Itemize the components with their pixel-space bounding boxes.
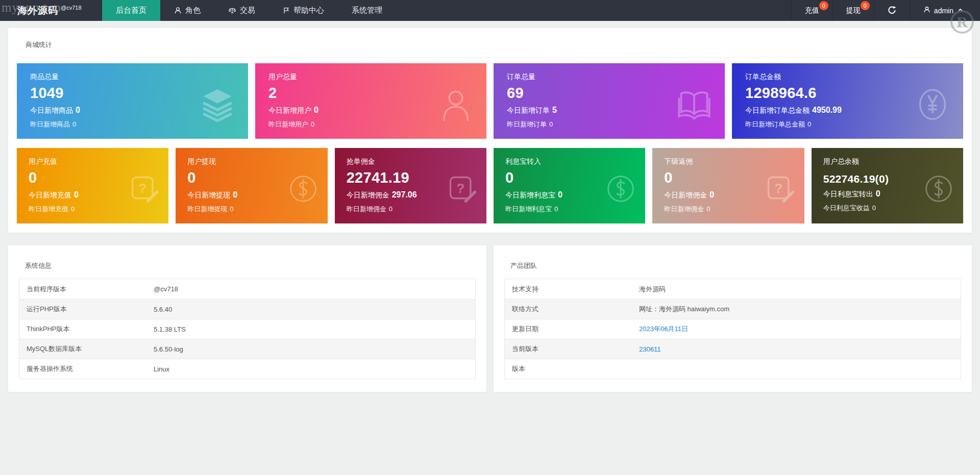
nav-item-label: 后台首页	[116, 6, 146, 15]
current-version-link[interactable]: 230611	[639, 345, 660, 353]
recharge-button[interactable]: 充值 0	[791, 0, 832, 21]
row-value: 5.6.50-log	[154, 345, 183, 353]
nav-item-system-settings[interactable]: 系统管理	[338, 0, 396, 21]
stat-yesterday-label: 昨日新增订单总金额	[745, 120, 805, 128]
stat-today-value: 0	[233, 190, 237, 199]
row-value: 5.6.40	[154, 306, 172, 313]
refresh-button[interactable]	[874, 0, 910, 21]
stat-today-label: 今日新增佣金	[664, 191, 707, 199]
stat-yesterday-label: 今日利息宝收益	[823, 204, 870, 212]
stat-yesterday-label: 昨日新增佣金	[347, 205, 386, 213]
row-label: 技术支持	[505, 285, 639, 294]
system-info-title: 系统信息	[8, 245, 486, 279]
stat-title: 利息宝转入	[505, 157, 645, 166]
stat-today-label: 今日新增充值	[29, 191, 71, 199]
stat-card-orders: 订单总量 69 今日新增订单5 昨日新增订单0	[494, 63, 725, 139]
bottom-panels: 系统信息 当前程序版本 @cv718 运行PHP版本 5.6.40 ThinkP…	[8, 245, 972, 392]
table-row: 运行PHP版本 5.6.40	[19, 299, 475, 319]
stat-today-label: 今日新增订单	[507, 106, 550, 114]
nav-item-trade[interactable]: 交易	[214, 0, 269, 21]
stat-yesterday-value: 0	[72, 120, 76, 128]
stat-title: 用户充值	[29, 157, 168, 166]
svg-text:?: ?	[138, 181, 146, 196]
row-value: 网址：海外源码 haiwaiym.com	[639, 305, 729, 314]
stat-card-balance: 用户总余额 522746.19(0) 今日利息宝转出0 今日利息宝收益0	[812, 148, 963, 223]
table-row: 当前程序版本 @cv718	[19, 279, 475, 299]
row-label: MySQL数据库版本	[19, 344, 154, 354]
stat-today-label: 今日新增订单总金额	[745, 106, 810, 114]
stat-yesterday-label: 昨日新增佣金	[664, 205, 704, 213]
svg-text:?: ?	[774, 181, 782, 196]
order-edit-icon: ?	[129, 173, 159, 204]
stat-today-value: 5	[552, 106, 557, 114]
product-team-table: 技术支持 海外源码 联络方式 网址：海外源码 haiwaiym.com 更新日期…	[504, 279, 961, 379]
row-label: 版本	[505, 364, 639, 373]
row-label: ThinkPHP版本	[19, 324, 154, 334]
row-label: 服务器操作系统	[19, 364, 154, 373]
stat-today-label: 今日新增用户	[268, 106, 311, 114]
nav-item-help-center[interactable]: 帮助中心	[269, 0, 338, 21]
stat-today-value: 0	[314, 106, 318, 114]
stat-title: 下级返佣	[664, 157, 804, 166]
user-icon	[438, 87, 473, 122]
brand-logo[interactable]: 海外源码 @cv718	[0, 0, 102, 21]
stat-card-recharge: 用户充值 0 今日新增充值0 昨日新增充值0 ?	[17, 148, 168, 223]
stat-card-withdraw: 用户提现 0 今日新增提现0 昨日新增提现0	[176, 148, 327, 223]
stats-section-title: 商城统计	[17, 28, 963, 58]
stat-yesterday-value: 0	[389, 205, 393, 213]
svg-text:?: ?	[456, 181, 464, 196]
stat-title: 用户总量	[268, 72, 486, 82]
stat-card-users: 用户总量 2 今日新增用户0 昨日新增用户0	[255, 63, 486, 139]
user-menu[interactable]: admin	[910, 0, 980, 21]
dollar-icon	[605, 173, 636, 204]
table-row: 当前版本 230611	[505, 339, 961, 359]
brand-subtitle: @cv718	[61, 5, 82, 11]
nav-item-label: 角色	[185, 6, 201, 15]
stats-row-1: 商品总量 1049 今日新增商品0 昨日新增商品0 用户总量 2 今日新增用户0	[17, 63, 963, 139]
stat-card-commission: 抢单佣金 22741.19 今日新增佣金297.06 昨日新增佣金0 ?	[335, 148, 486, 223]
table-row: 服务器操作系统 Linux	[19, 359, 475, 379]
system-info-panel: 系统信息 当前程序版本 @cv718 运行PHP版本 5.6.40 ThinkP…	[8, 245, 486, 392]
flag-icon	[283, 7, 290, 14]
row-label: 联络方式	[505, 305, 639, 314]
stat-title: 用户总余额	[823, 157, 963, 166]
nav-item-label: 系统管理	[352, 6, 382, 15]
table-row: MySQL数据库版本 5.6.50-log	[19, 339, 475, 359]
nav-item-roles[interactable]: 角色	[160, 0, 214, 21]
stat-today-value: 0	[709, 190, 714, 199]
nav-item-dashboard[interactable]: 后台首页	[102, 0, 160, 21]
stat-title: 用户提现	[187, 157, 327, 166]
stat-yesterday-value: 0	[807, 120, 811, 128]
withdraw-button[interactable]: 提现 0	[832, 0, 874, 21]
stat-yesterday-label: 昨日新增商品	[30, 120, 70, 128]
stat-title: 抢单佣金	[347, 157, 486, 166]
table-row: ThinkPHP版本 5.1.38 LTS	[19, 319, 475, 339]
stat-yesterday-value: 0	[706, 205, 710, 213]
stat-yesterday-label: 昨日新增用户	[268, 120, 308, 128]
layers-icon	[200, 87, 235, 122]
row-label: 运行PHP版本	[19, 305, 154, 314]
chevron-up-icon	[957, 7, 964, 15]
stat-title: 商品总量	[30, 72, 248, 82]
stat-yesterday-value: 0	[554, 205, 558, 213]
stat-card-sub-commission: 下级返佣 0 今日新增佣金0 昨日新增佣金0 ?	[652, 148, 804, 223]
stat-title: 订单总量	[507, 72, 725, 82]
stat-today-label: 今日利息宝转出	[823, 190, 873, 198]
user-icon	[923, 6, 930, 15]
row-label: 当前程序版本	[19, 285, 154, 294]
dollar-icon	[923, 173, 954, 204]
recharge-label: 充值	[805, 6, 819, 15]
stat-yesterday-value: 0	[872, 204, 876, 212]
table-row: 联络方式 网址：海外源码 haiwaiym.com	[505, 299, 961, 319]
update-date-link[interactable]: 2023年06月11日	[639, 324, 688, 334]
row-label: 更新日期	[505, 324, 639, 334]
top-navbar: 海外源码 @cv718 后台首页 角色	[0, 0, 980, 21]
row-value: Linux	[154, 365, 169, 373]
withdraw-label: 提现	[846, 6, 861, 15]
product-team-panel: 产品团队 技术支持 海外源码 联络方式 网址：海外源码 haiwaiym.com…	[494, 245, 972, 392]
stat-yesterday-value: 0	[230, 205, 233, 213]
stat-today-label: 今日新增商品	[30, 106, 73, 114]
user-icon	[174, 7, 182, 14]
navbar-right: 充值 0 提现 0	[791, 0, 980, 21]
stats-panel: 商城统计 商品总量 1049 今日新增商品0 昨日新增商品0 用户总量	[8, 28, 972, 233]
